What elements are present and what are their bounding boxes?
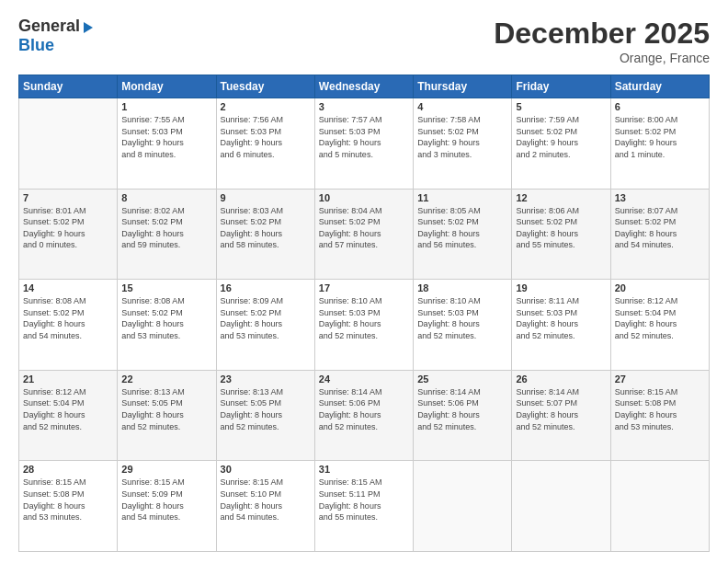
calendar-cell: 20Sunrise: 8:12 AM Sunset: 5:04 PM Dayli… xyxy=(610,280,709,371)
calendar-cell: 14Sunrise: 8:08 AM Sunset: 5:02 PM Dayli… xyxy=(19,280,118,371)
calendar-week-row: 21Sunrise: 8:12 AM Sunset: 5:04 PM Dayli… xyxy=(19,370,710,461)
day-number: 29 xyxy=(121,464,211,475)
calendar-week-row: 14Sunrise: 8:08 AM Sunset: 5:02 PM Dayli… xyxy=(19,280,710,371)
location: Orange, France xyxy=(494,51,710,65)
day-number: 6 xyxy=(615,101,705,112)
weekday-header: Saturday xyxy=(610,75,709,98)
day-number: 5 xyxy=(516,101,606,112)
weekday-header: Sunday xyxy=(19,75,118,98)
calendar-week-row: 1Sunrise: 7:55 AM Sunset: 5:03 PM Daylig… xyxy=(19,98,710,190)
day-number: 16 xyxy=(221,282,311,293)
day-info: Sunrise: 7:57 AM Sunset: 5:03 PM Dayligh… xyxy=(319,114,409,160)
day-info: Sunrise: 7:56 AM Sunset: 5:03 PM Dayligh… xyxy=(221,114,311,160)
calendar-cell xyxy=(512,461,610,552)
day-info: Sunrise: 8:14 AM Sunset: 5:07 PM Dayligh… xyxy=(516,386,606,432)
day-info: Sunrise: 8:15 AM Sunset: 5:08 PM Dayligh… xyxy=(23,477,113,523)
day-number: 10 xyxy=(319,192,409,203)
day-info: Sunrise: 8:05 AM Sunset: 5:02 PM Dayligh… xyxy=(417,205,507,251)
day-info: Sunrise: 8:10 AM Sunset: 5:03 PM Dayligh… xyxy=(319,295,409,341)
calendar-cell: 13Sunrise: 8:07 AM Sunset: 5:02 PM Dayli… xyxy=(610,189,709,280)
calendar-cell: 7Sunrise: 8:01 AM Sunset: 5:02 PM Daylig… xyxy=(19,189,118,280)
day-number: 22 xyxy=(121,373,211,385)
day-number: 14 xyxy=(23,282,113,293)
day-number: 17 xyxy=(319,282,409,293)
day-info: Sunrise: 8:12 AM Sunset: 5:04 PM Dayligh… xyxy=(615,295,705,341)
calendar-cell: 3Sunrise: 7:57 AM Sunset: 5:03 PM Daylig… xyxy=(314,98,413,190)
day-number: 4 xyxy=(417,101,507,112)
calendar-cell: 26Sunrise: 8:14 AM Sunset: 5:07 PM Dayli… xyxy=(512,370,610,461)
calendar-cell: 16Sunrise: 8:09 AM Sunset: 5:02 PM Dayli… xyxy=(216,280,314,371)
day-number: 1 xyxy=(121,101,211,112)
calendar-cell: 11Sunrise: 8:05 AM Sunset: 5:02 PM Dayli… xyxy=(414,189,512,280)
day-info: Sunrise: 8:06 AM Sunset: 5:02 PM Dayligh… xyxy=(516,205,606,251)
weekday-header: Wednesday xyxy=(314,75,413,98)
day-info: Sunrise: 8:01 AM Sunset: 5:02 PM Dayligh… xyxy=(23,205,113,251)
day-number: 11 xyxy=(417,192,507,203)
day-info: Sunrise: 8:13 AM Sunset: 5:05 PM Dayligh… xyxy=(121,386,211,432)
calendar-cell: 29Sunrise: 8:15 AM Sunset: 5:09 PM Dayli… xyxy=(118,461,216,552)
day-number: 12 xyxy=(516,192,606,203)
weekday-header: Friday xyxy=(512,75,610,98)
page: General Blue December 2025 Orange, Franc… xyxy=(0,0,728,563)
day-number: 15 xyxy=(121,282,211,293)
calendar-cell: 10Sunrise: 8:04 AM Sunset: 5:02 PM Dayli… xyxy=(314,189,413,280)
month-title: December 2025 xyxy=(494,17,710,51)
weekday-header: Tuesday xyxy=(216,75,314,98)
day-number: 20 xyxy=(615,282,705,293)
logo-blue: Blue xyxy=(18,36,54,55)
day-info: Sunrise: 8:14 AM Sunset: 5:06 PM Dayligh… xyxy=(319,386,409,432)
day-number: 19 xyxy=(516,282,606,293)
day-info: Sunrise: 7:59 AM Sunset: 5:02 PM Dayligh… xyxy=(516,114,606,160)
calendar-table: SundayMondayTuesdayWednesdayThursdayFrid… xyxy=(18,75,710,552)
weekday-header: Monday xyxy=(118,75,216,98)
day-info: Sunrise: 8:00 AM Sunset: 5:02 PM Dayligh… xyxy=(615,114,705,160)
calendar-cell: 28Sunrise: 8:15 AM Sunset: 5:08 PM Dayli… xyxy=(19,461,118,552)
day-number: 23 xyxy=(221,373,311,385)
calendar-cell: 18Sunrise: 8:10 AM Sunset: 5:03 PM Dayli… xyxy=(414,280,512,371)
calendar-cell: 17Sunrise: 8:10 AM Sunset: 5:03 PM Dayli… xyxy=(314,280,413,371)
logo-arrow-icon xyxy=(84,22,93,33)
day-info: Sunrise: 8:08 AM Sunset: 5:02 PM Dayligh… xyxy=(121,295,211,341)
day-info: Sunrise: 8:14 AM Sunset: 5:06 PM Dayligh… xyxy=(417,386,507,432)
day-number: 13 xyxy=(615,192,705,203)
day-number: 25 xyxy=(417,373,507,385)
day-info: Sunrise: 8:04 AM Sunset: 5:02 PM Dayligh… xyxy=(319,205,409,251)
day-info: Sunrise: 8:13 AM Sunset: 5:05 PM Dayligh… xyxy=(221,386,311,432)
logo-general: General xyxy=(18,17,80,36)
weekday-header: Thursday xyxy=(414,75,512,98)
title-block: December 2025 Orange, France xyxy=(494,17,710,65)
calendar-cell: 5Sunrise: 7:59 AM Sunset: 5:02 PM Daylig… xyxy=(512,98,610,190)
day-info: Sunrise: 8:15 AM Sunset: 5:09 PM Dayligh… xyxy=(121,477,211,523)
calendar-cell: 25Sunrise: 8:14 AM Sunset: 5:06 PM Dayli… xyxy=(414,370,512,461)
day-info: Sunrise: 8:10 AM Sunset: 5:03 PM Dayligh… xyxy=(417,295,507,341)
day-number: 24 xyxy=(319,373,409,385)
calendar-cell: 19Sunrise: 8:11 AM Sunset: 5:03 PM Dayli… xyxy=(512,280,610,371)
day-info: Sunrise: 8:08 AM Sunset: 5:02 PM Dayligh… xyxy=(23,295,113,341)
day-number: 7 xyxy=(23,192,113,203)
calendar-cell: 27Sunrise: 8:15 AM Sunset: 5:08 PM Dayli… xyxy=(610,370,709,461)
day-info: Sunrise: 8:03 AM Sunset: 5:02 PM Dayligh… xyxy=(221,205,311,251)
day-info: Sunrise: 8:15 AM Sunset: 5:08 PM Dayligh… xyxy=(615,386,705,432)
day-info: Sunrise: 7:55 AM Sunset: 5:03 PM Dayligh… xyxy=(121,114,211,160)
day-info: Sunrise: 8:09 AM Sunset: 5:02 PM Dayligh… xyxy=(221,295,311,341)
calendar-header-row: SundayMondayTuesdayWednesdayThursdayFrid… xyxy=(19,75,710,98)
calendar-cell: 6Sunrise: 8:00 AM Sunset: 5:02 PM Daylig… xyxy=(610,98,709,190)
calendar-cell xyxy=(19,98,118,190)
day-number: 3 xyxy=(319,101,409,112)
calendar-cell: 8Sunrise: 8:02 AM Sunset: 5:02 PM Daylig… xyxy=(118,189,216,280)
day-info: Sunrise: 8:12 AM Sunset: 5:04 PM Dayligh… xyxy=(23,386,113,432)
day-number: 9 xyxy=(221,192,311,203)
calendar-cell: 30Sunrise: 8:15 AM Sunset: 5:10 PM Dayli… xyxy=(216,461,314,552)
header: General Blue December 2025 Orange, Franc… xyxy=(18,17,710,65)
calendar-cell: 12Sunrise: 8:06 AM Sunset: 5:02 PM Dayli… xyxy=(512,189,610,280)
calendar-cell: 9Sunrise: 8:03 AM Sunset: 5:02 PM Daylig… xyxy=(216,189,314,280)
calendar-cell: 15Sunrise: 8:08 AM Sunset: 5:02 PM Dayli… xyxy=(118,280,216,371)
calendar-cell: 24Sunrise: 8:14 AM Sunset: 5:06 PM Dayli… xyxy=(314,370,413,461)
calendar-cell xyxy=(610,461,709,552)
calendar-cell xyxy=(414,461,512,552)
calendar-cell: 23Sunrise: 8:13 AM Sunset: 5:05 PM Dayli… xyxy=(216,370,314,461)
day-number: 31 xyxy=(319,464,409,475)
day-info: Sunrise: 8:07 AM Sunset: 5:02 PM Dayligh… xyxy=(615,205,705,251)
day-info: Sunrise: 8:02 AM Sunset: 5:02 PM Dayligh… xyxy=(121,205,211,251)
calendar-cell: 31Sunrise: 8:15 AM Sunset: 5:11 PM Dayli… xyxy=(314,461,413,552)
